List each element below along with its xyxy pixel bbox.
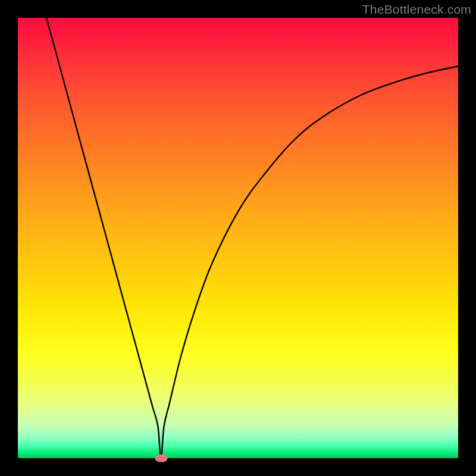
curve-layer — [18, 18, 458, 458]
optimum-marker — [155, 455, 167, 462]
plot-area — [18, 18, 458, 458]
chart-frame: TheBottleneck.com — [0, 0, 476, 476]
watermark-text: TheBottleneck.com — [362, 2, 471, 17]
bottleneck-curve — [46, 18, 458, 458]
